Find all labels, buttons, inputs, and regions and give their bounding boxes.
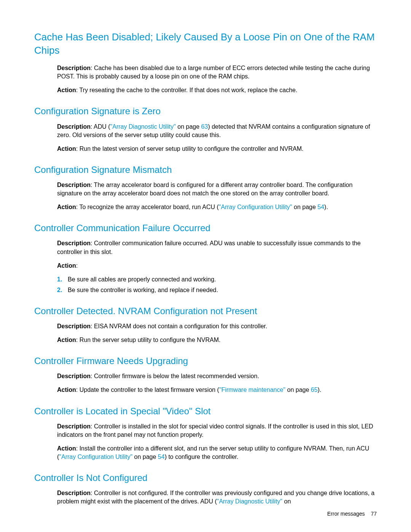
description-label: Description: [57, 323, 91, 329]
description-para: Description: Controller communication fa…: [57, 239, 377, 256]
action-text: : Try reseating the cache to the control…: [76, 87, 298, 93]
heading-controller-detected-nvram: Controller Detected. NVRAM Configuration…: [34, 305, 377, 317]
action-label: Action: [57, 445, 76, 452]
action-para: Action: To recognize the array accelerat…: [57, 203, 377, 211]
description-para: Description: Controller is not configure…: [57, 489, 377, 506]
step-number: 1.: [57, 275, 68, 284]
colon: :: [76, 262, 78, 269]
description-para: Description: Controller is installed in …: [57, 422, 377, 439]
description-text: : Controller is installed in the slot fo…: [57, 423, 373, 438]
heading-config-sig-zero: Configuration Signature is Zero: [34, 105, 377, 117]
action-para: Action:: [57, 262, 377, 270]
text-fragment: on page: [292, 204, 318, 210]
description-label: Description: [57, 240, 91, 246]
description-text: : The array accelerator board is configu…: [57, 182, 352, 197]
text-fragment: : ADU (: [91, 123, 110, 130]
description-text: : Cache has been disabled due to a large…: [57, 65, 370, 80]
action-label: Action: [57, 145, 76, 152]
action-steps-list: 1.Be sure all cables are properly connec…: [57, 275, 377, 294]
footer-label: Error messages: [327, 511, 365, 517]
action-label: Action: [57, 262, 76, 269]
action-para: Action: Run the server setup utility to …: [57, 336, 377, 344]
step-text: Be sure the controller is working, and r…: [68, 286, 218, 294]
link-array-configuration-utility[interactable]: "Array Configuration Utility": [59, 454, 132, 460]
description-para: Description: Cache has been disabled due…: [57, 64, 377, 81]
text-fragment: ).: [318, 387, 322, 393]
page-reference[interactable]: 54: [317, 204, 324, 210]
body-block: Description: Cache has been disabled due…: [34, 64, 377, 94]
action-para: Action: Run the latest version of server…: [57, 145, 377, 153]
heading-controller-not-configured: Controller Is Not Configured: [34, 472, 377, 484]
action-label: Action: [57, 387, 76, 393]
link-array-diagnostic-utility[interactable]: "Array Diagnostic Utility": [110, 123, 176, 130]
text-fragment: on page: [285, 387, 311, 393]
text-fragment: : Controller is not configured. If the c…: [57, 490, 374, 505]
link-array-diagnostic-utility[interactable]: "Array Diagnostic Utility": [217, 498, 282, 505]
page-reference[interactable]: 54: [158, 454, 165, 460]
body-block: Description: Controller is not configure…: [34, 489, 377, 506]
heading-controller-comm-failure: Controller Communication Failure Occurre…: [34, 222, 377, 234]
description-label: Description: [57, 123, 91, 130]
description-text: : Controller firmware is below the lates…: [91, 373, 259, 379]
heading-cache-disabled: Cache Has Been Disabled; Likely Caused B…: [34, 30, 377, 57]
document-page: Cache Has Been Disabled; Likely Caused B…: [0, 0, 411, 526]
heading-controller-firmware-upgrade: Controller Firmware Needs Upgrading: [34, 355, 377, 367]
text-fragment: on page: [176, 123, 201, 130]
action-para: Action: Try reseating the cache to the c…: [57, 86, 377, 94]
description-label: Description: [57, 490, 91, 496]
action-para: Action: Install the controller into a di…: [57, 444, 377, 461]
link-firmware-maintenance[interactable]: "Firmware maintenance": [219, 387, 285, 393]
step-text: Be sure all cables are properly connecte…: [68, 275, 216, 284]
link-array-configuration-utility[interactable]: "Array Configuration Utility": [219, 204, 292, 210]
heading-controller-video-slot: Controller is Located in Special "Video"…: [34, 405, 377, 417]
body-block: Description: Controller firmware is belo…: [34, 372, 377, 394]
page-footer: Error messages 77: [327, 511, 377, 517]
text-fragment: ).: [324, 204, 328, 210]
action-text: : Run the server setup utility to config…: [76, 337, 221, 343]
page-number: 77: [371, 511, 377, 517]
action-label: Action: [57, 87, 76, 93]
body-block: Description: Controller communication fa…: [34, 239, 377, 294]
heading-config-sig-mismatch: Configuration Signature Mismatch: [34, 164, 377, 176]
description-label: Description: [57, 373, 91, 379]
body-block: Description: The array accelerator board…: [34, 181, 377, 211]
action-label: Action: [57, 337, 76, 343]
description-para: Description: The array accelerator board…: [57, 181, 377, 198]
body-block: Description: Controller is installed in …: [34, 422, 377, 461]
description-text: : EISA NVRAM does not contain a configur…: [91, 323, 267, 329]
description-label: Description: [57, 423, 91, 430]
action-para: Action: Update the controller to the lat…: [57, 386, 377, 394]
description-text: : Controller communication failure occur…: [57, 240, 361, 255]
page-reference[interactable]: 65: [311, 387, 318, 393]
body-block: Description: EISA NVRAM does not contain…: [34, 322, 377, 344]
text-fragment: : To recognize the array accelerator boa…: [76, 204, 219, 210]
text-fragment: on page: [132, 454, 158, 460]
list-item: 1.Be sure all cables are properly connec…: [57, 275, 377, 284]
text-fragment: on: [282, 498, 291, 505]
body-block: Description: ADU ("Array Diagnostic Util…: [34, 123, 377, 153]
description-para: Description: EISA NVRAM does not contain…: [57, 322, 377, 331]
description-label: Description: [57, 65, 91, 71]
action-label: Action: [57, 204, 76, 210]
step-number: 2.: [57, 286, 68, 294]
description-label: Description: [57, 182, 91, 188]
action-text: : Run the latest version of server setup…: [76, 145, 304, 152]
list-item: 2.Be sure the controller is working, and…: [57, 286, 377, 294]
text-fragment: ) to configure the controller.: [165, 454, 239, 460]
text-fragment: : Update the controller to the latest fi…: [76, 387, 219, 393]
page-reference[interactable]: 63: [201, 123, 208, 130]
description-para: Description: Controller firmware is belo…: [57, 372, 377, 380]
description-para: Description: ADU ("Array Diagnostic Util…: [57, 123, 377, 139]
